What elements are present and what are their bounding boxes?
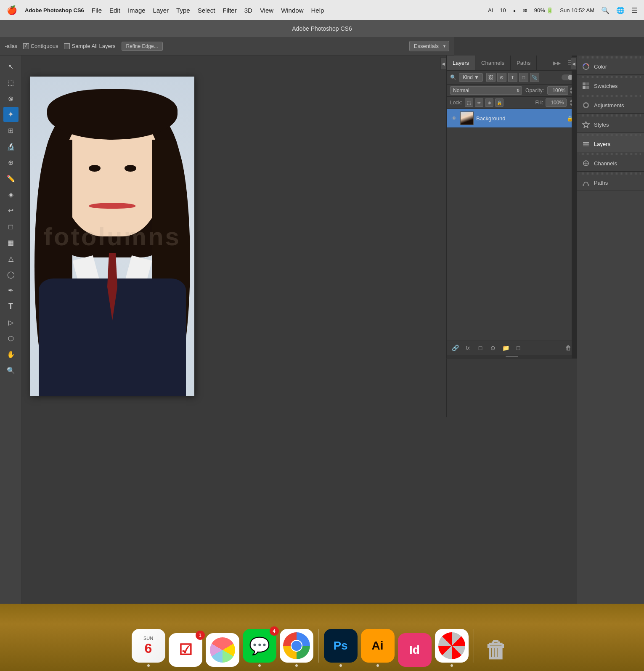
tool-history-brush[interactable]: ↩ [3, 203, 19, 218]
siri-icon[interactable]: 🌐 [616, 6, 625, 14]
tool-path-select[interactable]: ▷ [3, 315, 19, 330]
filter-shape-icon[interactable]: □ [519, 73, 528, 82]
menu-image[interactable]: Image [128, 7, 146, 14]
menu-help[interactable]: Help [311, 7, 324, 14]
menu-edit[interactable]: Edit [109, 7, 120, 14]
dock-item-illustrator[interactable]: Ai [361, 629, 395, 667]
menubar-left: 🍎 Adobe Photoshop CS6 File Edit Image La… [7, 5, 324, 15]
tool-hand[interactable]: ✋ [3, 347, 19, 362]
search-icon[interactable]: 🔍 [601, 6, 610, 14]
contiguous-checkbox[interactable] [23, 43, 29, 49]
layer-link-button[interactable]: 🔗 [450, 343, 460, 353]
opacity-value[interactable]: 100% [547, 86, 568, 95]
panel-header-color[interactable]: Color [577, 59, 644, 74]
fill-value[interactable]: 100% [546, 98, 567, 107]
layer-bottom-toolbar: 🔗 fx □ ⊙ 📁 □ 🗑 [447, 340, 577, 355]
filter-smart-icon[interactable]: 📎 [530, 73, 539, 82]
lock-all-icon[interactable]: 🔒 [495, 98, 504, 107]
layer-mask-button[interactable]: □ [475, 343, 485, 353]
canvas-area: fotolumns [22, 56, 446, 642]
dock-item-trash[interactable]: 🗑 [479, 633, 513, 667]
layer-list: 👁 Background 🔒 [447, 109, 577, 340]
tool-eraser[interactable]: ◻ [3, 219, 19, 234]
tool-dodge[interactable]: ◯ [3, 267, 19, 282]
tool-eyedropper[interactable]: 🔬 [3, 139, 19, 154]
panel-header-adjustments[interactable]: Adjustments [577, 98, 644, 112]
tool-zoom[interactable]: 🔍 [3, 363, 19, 378]
dock-item-reminders[interactable]: 1 ☑ [169, 633, 202, 667]
menu-window[interactable]: Window [281, 7, 303, 14]
filter-pixel-icon[interactable]: 🖼 [486, 73, 496, 82]
panel-drag-adjustments [580, 95, 641, 97]
dock-item-safari[interactable] [435, 629, 469, 667]
layer-new-button[interactable]: □ [513, 343, 523, 353]
panel-header-layers[interactable]: Layers [577, 137, 644, 151]
essentials-dropdown[interactable]: Essentials [409, 41, 449, 51]
filter-adjust-icon[interactable]: ⊙ [497, 73, 506, 82]
contiguous-checkbox-label[interactable]: Contiguous [23, 43, 58, 49]
sample-all-layers-checkbox[interactable] [64, 43, 70, 49]
panel-header-swatches[interactable]: Swatches [577, 79, 644, 93]
tool-select-rect[interactable]: ⬚ [3, 75, 19, 90]
layer-fx-button[interactable]: fx [463, 343, 473, 353]
refine-edge-button[interactable]: Refine Edge... [122, 42, 163, 51]
tool-gradient[interactable]: ▦ [3, 235, 19, 250]
tab-expand-button[interactable]: ▶▶ [550, 60, 564, 66]
tool-pen[interactable]: ✒ [3, 283, 19, 298]
tool-shape[interactable]: ⬡ [3, 331, 19, 346]
menu-layer[interactable]: Layer [153, 7, 169, 14]
lock-transparent-icon[interactable]: ⬚ [465, 98, 473, 107]
dock-item-messages[interactable]: 4 💬 [243, 629, 276, 667]
channels-icon [581, 159, 591, 168]
dock-divider-1 [318, 629, 319, 663]
tool-blur[interactable]: △ [3, 251, 19, 266]
lock-position-icon[interactable]: ⊕ [485, 98, 493, 107]
layer-item-background[interactable]: 👁 Background 🔒 [447, 109, 577, 128]
styles-icon [581, 120, 591, 129]
sample-all-layers-label[interactable]: Sample All Layers [64, 43, 115, 49]
tool-move[interactable]: ↖ [3, 59, 19, 74]
apple-menu[interactable]: 🍎 [7, 5, 17, 15]
dock-item-photos[interactable] [206, 633, 239, 667]
safari-icon [435, 629, 469, 663]
tab-channels[interactable]: Channels [475, 56, 511, 70]
filter-kind-dropdown[interactable]: Kind ▼ [459, 73, 483, 82]
blend-mode-select[interactable]: Normal ⇅ [450, 86, 522, 95]
panel-header-styles[interactable]: Styles [577, 117, 644, 132]
filter-type-icon[interactable]: T [508, 73, 517, 82]
menu-view[interactable]: View [260, 7, 273, 14]
calendar-icon: SUN 6 [132, 629, 165, 663]
menu-3d[interactable]: 3D [244, 7, 252, 14]
lock-pixels-icon[interactable]: ✏ [475, 98, 483, 107]
tool-magic-wand[interactable]: ✦ [3, 107, 19, 122]
tool-lasso[interactable]: ⊗ [3, 91, 19, 106]
panel-collapse-left[interactable]: ◀ [440, 57, 446, 70]
layers-resize-handle[interactable] [447, 355, 577, 358]
tool-crop[interactable]: ⊞ [3, 123, 19, 138]
lock-row: Lock: ⬚ ✏ ⊕ 🔒 Fill: 100% ▲▼ [447, 97, 577, 109]
dock-item-chrome[interactable] [280, 629, 313, 667]
panel-header-paths[interactable]: Paths [577, 175, 644, 190]
menu-type[interactable]: Type [176, 7, 190, 14]
panel-header-channels[interactable]: Channels [577, 156, 644, 170]
svg-point-6 [584, 103, 588, 107]
tool-spot-heal[interactable]: ⊕ [3, 155, 19, 170]
svg-rect-8 [583, 142, 589, 143]
menu-select[interactable]: Select [198, 7, 215, 14]
tab-layers[interactable]: Layers [447, 56, 475, 70]
layer-visibility-eye[interactable]: 👁 [450, 114, 458, 122]
photoshop-icon: Ps [324, 629, 358, 663]
layer-group-button[interactable]: 📁 [501, 343, 511, 353]
panel-collapse-right[interactable]: ◀ [571, 57, 577, 70]
dock-item-indesign[interactable]: Id [398, 633, 432, 667]
tool-brush[interactable]: ✏️ [3, 171, 19, 186]
tool-type[interactable]: T [3, 299, 19, 314]
layer-adjustment-button[interactable]: ⊙ [488, 343, 498, 353]
tab-paths[interactable]: Paths [511, 56, 537, 70]
notification-icon[interactable]: ☰ [631, 6, 637, 14]
tool-clone-stamp[interactable]: ◈ [3, 187, 19, 202]
menu-file[interactable]: File [92, 7, 102, 14]
menu-filter[interactable]: Filter [223, 7, 236, 14]
dock-item-photoshop[interactable]: Ps [324, 629, 358, 667]
dock-item-calendar[interactable]: SUN 6 [132, 629, 165, 667]
